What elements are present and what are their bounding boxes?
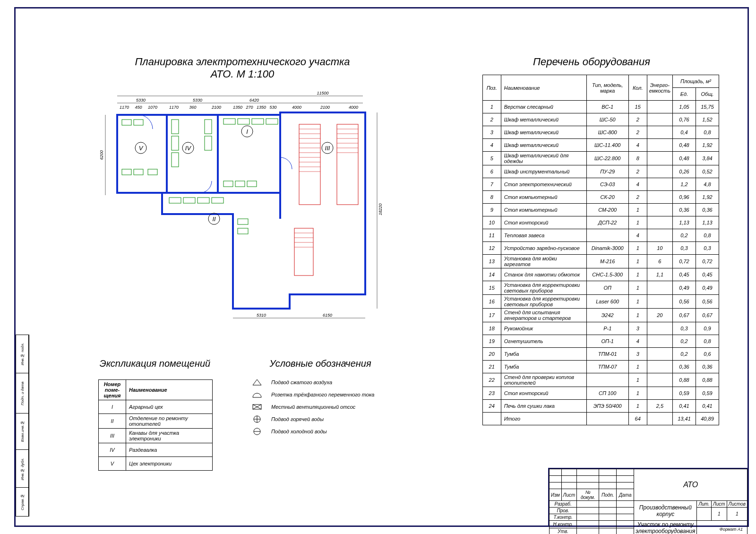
svg-text:4000: 4000 bbox=[349, 105, 358, 110]
equipment-row: 21ТумбаТПМ-0710,360,36 bbox=[482, 361, 719, 373]
legend-title: Условные обозначения bbox=[261, 358, 379, 369]
svg-text:1170: 1170 bbox=[120, 105, 129, 110]
equipment-row: 1Верстак слесарныйВС-1151,0515,75 bbox=[482, 101, 719, 113]
legend-text: Розетка трёхфазного переменного тока bbox=[271, 392, 374, 397]
svg-text:530: 530 bbox=[269, 105, 276, 110]
col-area: Площадь, м² bbox=[673, 75, 719, 88]
svg-rect-50 bbox=[299, 124, 320, 205]
room-row: IIIКанавы для участка электроники bbox=[99, 429, 213, 443]
drawing-frame: Инв.№ подл. Подп. и дата Взам.инв.№ Инв.… bbox=[14, 7, 749, 527]
svg-rect-46 bbox=[198, 198, 209, 203]
equipment-row: 6Шкаф инструментальныйПУ-2920,260,52 bbox=[482, 165, 719, 178]
svg-text:270: 270 bbox=[245, 105, 253, 110]
svg-text:360: 360 bbox=[189, 105, 196, 110]
svg-rect-35 bbox=[205, 120, 212, 134]
svg-rect-31 bbox=[148, 169, 157, 175]
svg-rect-30 bbox=[134, 169, 143, 175]
equipment-table: Поз. Наименование Тип, модель, марка Кол… bbox=[482, 75, 719, 425]
equipment-row: 24Печь для сушки лакаЭПЭ 50/40012,50,410… bbox=[482, 400, 719, 413]
side-cell: Подп. и дата bbox=[16, 373, 29, 413]
equipment-row: 16Установка для корректировки световых п… bbox=[482, 295, 719, 309]
svg-rect-44 bbox=[169, 198, 181, 203]
svg-rect-43 bbox=[247, 181, 257, 187]
equipment-row: 9Стол компьютерныйСМ-20010,360,36 bbox=[482, 204, 719, 216]
side-cell: Инв.№ подл. bbox=[16, 335, 29, 373]
svg-text:6200: 6200 bbox=[99, 150, 104, 160]
equipment-row: 7Стол электротехническийСЭ-0341,24,8 bbox=[482, 178, 719, 191]
legend-text: Местный вентиляционный отсос bbox=[271, 404, 355, 410]
col-power: Энерго-емкость bbox=[647, 75, 672, 101]
title-block: АТО Изм Лист № докум. Подп. Дата Разраб.… bbox=[548, 468, 747, 525]
equipment-row: 12Устройство зарядно-пусковоеDinamik-300… bbox=[482, 242, 719, 255]
side-cell: Справ.№ bbox=[16, 488, 29, 517]
equipment-row: 8Стол компьютерныйСК-2020,961,92 bbox=[482, 191, 719, 204]
legend-text: Подвод холодной воды bbox=[271, 429, 327, 434]
svg-rect-34 bbox=[172, 153, 179, 167]
svg-rect-41 bbox=[223, 181, 233, 187]
room-row: VЦех электроники bbox=[99, 457, 213, 471]
halfcircle-icon bbox=[249, 390, 265, 399]
equipment-row: 15Установка для корректировки световых п… bbox=[482, 281, 719, 295]
svg-rect-47 bbox=[212, 198, 223, 203]
svg-text:5310: 5310 bbox=[257, 313, 266, 318]
svg-rect-36 bbox=[205, 136, 212, 150]
equipment-total-row: Итого 64 13,41 40,89 bbox=[482, 413, 719, 425]
legend-row: Подвод сжатого воздуха bbox=[249, 376, 374, 388]
legend-text: Подвод горячей воды bbox=[271, 416, 324, 422]
svg-text:1350: 1350 bbox=[257, 105, 266, 110]
svg-rect-27 bbox=[122, 120, 131, 125]
crossbox-icon bbox=[249, 403, 265, 411]
legend-row: Подвод горячей воды bbox=[249, 413, 374, 425]
equipment-row: 17Стенд для испытания генераторов и стар… bbox=[482, 309, 719, 322]
triangle-icon bbox=[249, 378, 265, 387]
legend-row: Подвод холодной воды bbox=[249, 425, 374, 438]
legend-row: Розетка трёхфазного переменного тока bbox=[249, 388, 374, 401]
room-row: IАграрный цех bbox=[99, 400, 213, 414]
svg-text:6420: 6420 bbox=[249, 98, 259, 103]
svg-rect-49 bbox=[238, 228, 248, 234]
col-model: Тип, модель, марка bbox=[586, 75, 628, 101]
col-pos: Поз. bbox=[482, 75, 501, 101]
svg-text:6150: 6150 bbox=[323, 313, 332, 318]
equipment-row: 4Шкаф металлическийШС-11.40040,481,92 bbox=[482, 139, 719, 152]
svg-text:1070: 1070 bbox=[148, 105, 157, 110]
svg-text:11500: 11500 bbox=[317, 91, 328, 95]
svg-rect-51 bbox=[337, 124, 358, 205]
rooms-title: Экспликация помещений bbox=[96, 358, 214, 369]
equipment-row: 5Шкаф металлический для одеждыШС-22.8008… bbox=[482, 152, 719, 165]
svg-rect-40 bbox=[266, 119, 278, 124]
svg-text:5330: 5330 bbox=[193, 98, 202, 103]
svg-text:18220: 18220 bbox=[378, 203, 383, 215]
format-label: Формат А1 bbox=[720, 527, 743, 532]
stamp-org: АТО bbox=[634, 469, 747, 501]
equipment-row: 3Шкаф металлическийШС-80020,40,8 bbox=[482, 126, 719, 139]
equipment-row: 13Установка для мойки агрегатовМ-216160,… bbox=[482, 255, 719, 268]
svg-text:V: V bbox=[139, 145, 144, 152]
room-row: IIОтделение по ремонту отопителей bbox=[99, 414, 213, 429]
svg-rect-45 bbox=[183, 198, 195, 203]
svg-text:I: I bbox=[246, 128, 248, 135]
svg-text:II: II bbox=[212, 215, 216, 223]
side-stamp: Инв.№ подл. Подп. и дата Взам.инв.№ Инв.… bbox=[16, 335, 29, 517]
rooms-table: Номер поме-щения Наименование IАграрный … bbox=[98, 379, 213, 471]
svg-rect-32 bbox=[172, 120, 179, 134]
svg-rect-52 bbox=[294, 228, 313, 276]
legend: Подвод сжатого воздухаРозетка трёхфазног… bbox=[249, 376, 374, 438]
svg-rect-38 bbox=[238, 119, 249, 124]
svg-text:2100: 2100 bbox=[211, 105, 221, 110]
plan-title: Планировка электротехнического участка А… bbox=[124, 56, 361, 80]
equipment-row: 11Тепловая завеса40,20,8 bbox=[482, 229, 719, 242]
svg-rect-28 bbox=[134, 120, 143, 125]
circleline-icon bbox=[249, 427, 265, 436]
rooms-col-name: Наименование bbox=[126, 380, 213, 400]
rooms-col-num: Номер поме-щения bbox=[99, 380, 126, 400]
equipment-row: 10Стол конторскийДСП-2211,131,13 bbox=[482, 216, 719, 229]
svg-rect-29 bbox=[122, 169, 131, 175]
equipment-row: 23Стол конторскийСП 10010,590,59 bbox=[482, 387, 719, 400]
side-cell: Взам.инв.№ bbox=[16, 413, 29, 449]
svg-rect-39 bbox=[252, 119, 264, 124]
svg-text:III: III bbox=[325, 145, 330, 152]
equipment-row: 20ТумбаТПМ-0130,20,6 bbox=[482, 348, 719, 361]
svg-text:450: 450 bbox=[135, 105, 142, 110]
circlecross-icon bbox=[249, 415, 265, 423]
